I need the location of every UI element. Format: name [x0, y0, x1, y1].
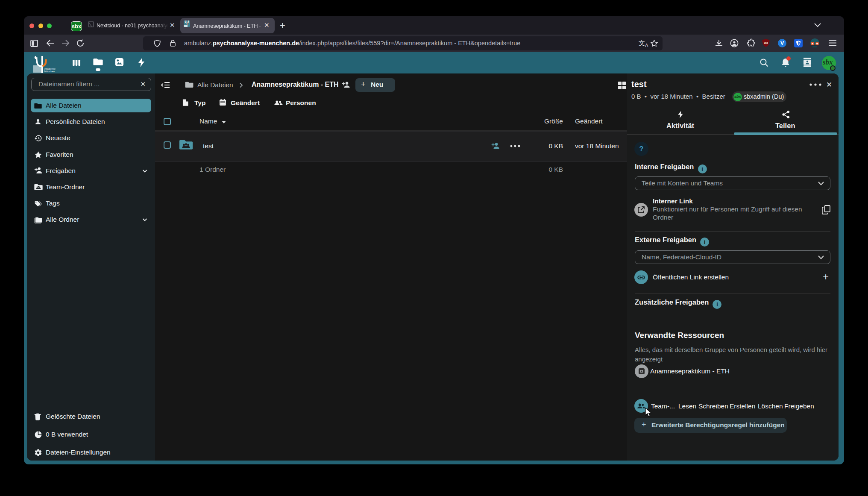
svg-text:UO: UO — [764, 41, 768, 44]
